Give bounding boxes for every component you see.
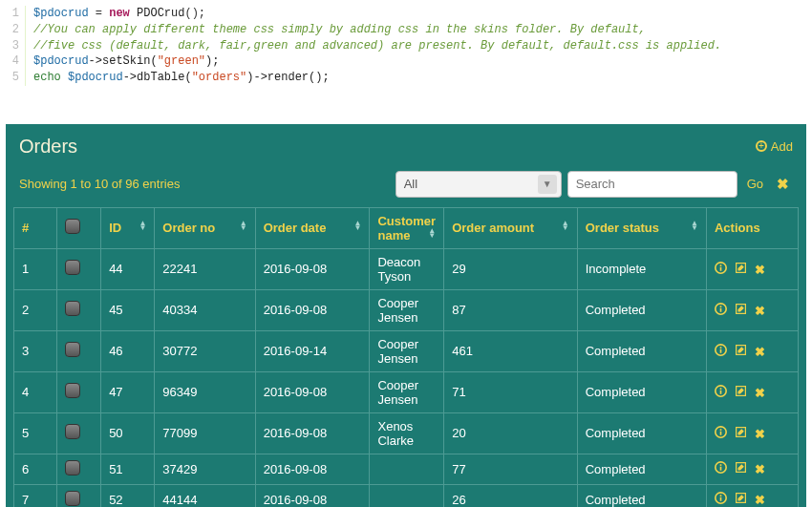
cell-num: 7 — [14, 484, 57, 507]
table-row: 144222412016-09-08Deacon Tyson29Incomple… — [14, 248, 799, 289]
search-input[interactable] — [567, 171, 737, 198]
sort-icon: ▲▼ — [139, 221, 146, 230]
cell-actions: ✖ — [706, 248, 798, 289]
page-title: Orders — [19, 136, 77, 158]
cell-num: 6 — [14, 454, 57, 484]
row-checkbox[interactable] — [65, 383, 80, 398]
col-orderno[interactable]: Order no▲▼ — [155, 207, 255, 248]
cell-check — [56, 289, 101, 330]
cell-amount: 77 — [444, 454, 578, 484]
cell-check — [56, 248, 101, 289]
add-label: Add — [771, 139, 793, 154]
cell-status: Completed — [577, 484, 706, 507]
svg-rect-21 — [720, 467, 722, 471]
view-icon[interactable] — [715, 344, 727, 356]
cell-actions: ✖ — [706, 484, 798, 507]
view-icon[interactable] — [715, 262, 727, 274]
filter-dropdown[interactable]: All ▼ — [395, 171, 562, 198]
edit-icon[interactable] — [735, 426, 747, 438]
cell-date: 2016-09-08 — [255, 248, 370, 289]
cell-amount: 71 — [444, 371, 578, 412]
cell-status: Completed — [577, 454, 706, 484]
select-all-checkbox[interactable] — [65, 219, 80, 234]
reset-icon[interactable]: ✖ — [773, 176, 793, 193]
go-button[interactable]: Go — [743, 177, 767, 191]
table-row: 752441442016-09-0826Completed✖ — [14, 484, 799, 507]
delete-icon[interactable]: ✖ — [755, 386, 765, 400]
col-date[interactable]: Order date▲▼ — [255, 207, 370, 248]
row-checkbox[interactable] — [65, 491, 80, 506]
svg-rect-14 — [720, 388, 722, 390]
delete-icon[interactable]: ✖ — [755, 345, 765, 359]
col-id[interactable]: ID▲▼ — [101, 207, 155, 248]
orders-table: # ID▲▼ Order no▲▼ Order date▲▼ Customer … — [13, 207, 799, 507]
cell-id: 51 — [101, 454, 155, 484]
col-customer[interactable]: Customer name▲▼ — [370, 207, 444, 248]
view-icon[interactable] — [715, 461, 727, 474]
sort-icon: ▲▼ — [240, 221, 247, 230]
cell-status: Completed — [577, 330, 706, 371]
add-button[interactable]: + Add — [756, 139, 793, 154]
svg-rect-1 — [720, 267, 722, 271]
view-icon[interactable] — [715, 303, 727, 315]
edit-icon[interactable] — [735, 344, 747, 356]
cell-orderno: 22241 — [155, 248, 255, 289]
cell-actions: ✖ — [706, 371, 798, 412]
cell-customer — [370, 484, 444, 507]
delete-icon[interactable]: ✖ — [755, 493, 765, 507]
col-check — [56, 207, 101, 248]
edit-icon[interactable] — [735, 303, 747, 315]
svg-rect-5 — [720, 308, 722, 312]
row-checkbox[interactable] — [65, 301, 80, 316]
table-row: 245403342016-09-08Cooper Jensen87Complet… — [14, 289, 799, 330]
edit-icon[interactable] — [735, 492, 747, 504]
svg-rect-17 — [720, 432, 722, 435]
filter-value: All — [404, 177, 417, 191]
plus-circle-icon: + — [756, 140, 767, 152]
cell-num: 1 — [14, 248, 57, 289]
cell-customer: Deacon Tyson — [370, 248, 444, 289]
cell-id: 45 — [101, 289, 155, 330]
table-row: 346307722016-09-14Cooper Jensen461Comple… — [14, 330, 799, 371]
cell-date: 2016-09-08 — [255, 412, 370, 454]
view-icon[interactable] — [715, 492, 727, 504]
delete-icon[interactable]: ✖ — [755, 263, 765, 277]
cell-actions: ✖ — [706, 454, 798, 484]
row-checkbox[interactable] — [65, 424, 80, 439]
cell-customer — [370, 454, 444, 484]
col-status[interactable]: Order status▲▼ — [577, 207, 706, 248]
chevron-down-icon: ▼ — [538, 175, 557, 194]
delete-icon[interactable]: ✖ — [755, 427, 765, 441]
col-num[interactable]: # — [14, 207, 57, 248]
cell-amount: 461 — [444, 330, 578, 371]
svg-rect-25 — [720, 497, 722, 501]
cell-id: 52 — [101, 484, 155, 507]
view-icon[interactable] — [715, 426, 727, 438]
row-checkbox[interactable] — [65, 460, 80, 475]
row-checkbox[interactable] — [65, 260, 80, 275]
cell-status: Incomplete — [577, 248, 706, 289]
cell-date: 2016-09-08 — [255, 289, 370, 330]
cell-orderno: 40334 — [155, 289, 255, 330]
cell-amount: 29 — [444, 248, 578, 289]
svg-rect-9 — [720, 349, 722, 353]
cell-amount: 87 — [444, 289, 578, 330]
cell-num: 2 — [14, 289, 57, 330]
edit-icon[interactable] — [735, 385, 747, 397]
col-actions: Actions — [706, 207, 798, 248]
orders-panel: Orders + Add Showing 1 to 10 of 96 entri… — [6, 124, 806, 507]
cell-orderno: 77099 — [155, 412, 255, 454]
cell-orderno: 96349 — [155, 371, 255, 412]
delete-icon[interactable]: ✖ — [755, 304, 765, 318]
row-checkbox[interactable] — [65, 342, 80, 357]
cell-customer: Cooper Jensen — [370, 330, 444, 371]
col-amount[interactable]: Order amount▲▼ — [444, 207, 578, 248]
view-icon[interactable] — [715, 385, 727, 397]
cell-id: 44 — [101, 248, 155, 289]
delete-icon[interactable]: ✖ — [755, 462, 765, 476]
edit-icon[interactable] — [735, 461, 747, 474]
cell-date: 2016-09-08 — [255, 371, 370, 412]
svg-rect-13 — [720, 391, 722, 394]
edit-icon[interactable] — [735, 262, 747, 274]
svg-rect-10 — [720, 347, 722, 349]
